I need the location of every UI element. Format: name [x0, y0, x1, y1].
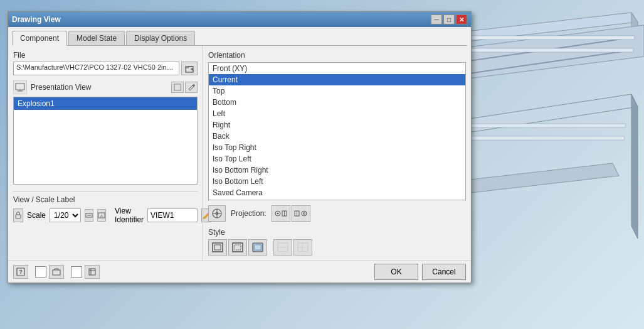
projection-label: Projection:	[231, 209, 267, 218]
orient-back[interactable]: Back	[209, 131, 465, 142]
scale-extra-btn2[interactable]: A	[97, 209, 106, 222]
presentation-view-buttons	[171, 82, 198, 93]
orient-iso-top-right[interactable]: Iso Top Right	[209, 142, 465, 153]
svg-rect-46	[233, 243, 243, 252]
action-buttons: OK Cancel	[374, 264, 466, 280]
scale-extra-btn1[interactable]	[85, 209, 93, 222]
scale-section: View / Scale Label Scale 1/20 1/10 1/5 1…	[13, 191, 198, 224]
orient-saved-camera[interactable]: Saved Camera	[209, 187, 465, 198]
drawing-view-dialog: Drawing View ─ □ ✕ Component Model State…	[8, 11, 472, 283]
file-path-input[interactable]: S:\Manufacture\VHC72\PCO 1327-02 VHC50 2…	[13, 62, 179, 75]
scale-icon2: A	[98, 212, 105, 219]
orient-top[interactable]: Top	[209, 85, 465, 97]
projection-settings-button[interactable]	[208, 205, 226, 222]
svg-rect-26	[16, 215, 21, 218]
style-hidden-lines-removed[interactable]	[208, 239, 227, 256]
help-button[interactable]: ?	[13, 265, 28, 279]
orient-iso-bottom-right[interactable]: Iso Bottom Right	[209, 164, 465, 176]
pres-edit-button[interactable]	[185, 82, 198, 93]
shaded-icon	[251, 242, 264, 253]
scale-controls: Scale 1/20 1/10 1/5 1/2 1/1	[13, 207, 198, 224]
style-hidden-lines-visible[interactable]	[228, 239, 247, 256]
style-extra1-icon	[277, 242, 289, 253]
style-shaded[interactable]	[248, 239, 267, 256]
orient-right[interactable]: Right	[209, 119, 465, 131]
orient-bottom[interactable]: Bottom	[209, 97, 465, 108]
style-extra2[interactable]	[293, 239, 312, 256]
edit-icon	[187, 84, 195, 91]
orient-left[interactable]: Left	[209, 108, 465, 119]
browse-icon	[185, 64, 194, 73]
scale-lock-button[interactable]	[13, 208, 23, 222]
file-label: File	[13, 51, 198, 60]
svg-point-20	[191, 68, 193, 70]
scale-section-label: View / Scale Label	[13, 195, 198, 204]
projection-row: Projection:	[208, 205, 466, 222]
cancel-button[interactable]: Cancel	[422, 264, 466, 280]
toolbar-btn1[interactable]	[49, 265, 64, 279]
svg-rect-58	[89, 269, 95, 275]
dialog-titlebar: Drawing View ─ □ ✕	[8, 12, 471, 27]
svg-rect-22	[16, 84, 24, 90]
first-angle-icon	[274, 208, 288, 219]
svg-text:?: ?	[19, 269, 23, 275]
orient-current[interactable]: Current	[209, 74, 465, 85]
browse-button[interactable]	[181, 62, 198, 75]
view-id-input[interactable]	[147, 208, 198, 222]
toolbar-btn2[interactable]	[85, 265, 100, 279]
third-angle-icon	[294, 208, 308, 219]
lock-icon	[14, 211, 23, 220]
orient-iso-top-left[interactable]: Iso Top Left	[209, 153, 465, 164]
style-extra1[interactable]	[273, 239, 292, 256]
tab-bar: Component Model State Display Options	[12, 31, 467, 46]
svg-rect-45	[214, 245, 221, 250]
presentation-view-label: Presentation View	[31, 83, 167, 92]
svg-marker-14	[631, 94, 638, 239]
dialog-title: Drawing View	[12, 15, 61, 24]
scale-dropdown[interactable]: 1/20 1/10 1/5 1/2 1/1	[50, 208, 81, 222]
presentation-view-header: Presentation View	[13, 80, 198, 94]
bottom-toolbar: ?	[13, 265, 100, 279]
checkbox-icon	[174, 84, 181, 91]
style-label: Style	[208, 228, 466, 237]
pres-list-item[interactable]: Explosion1	[14, 97, 197, 110]
pres-checkbox[interactable]	[171, 82, 184, 93]
restore-button[interactable]: □	[443, 14, 455, 24]
style-extra2-icon	[297, 242, 309, 253]
projection-first-angle[interactable]	[272, 205, 290, 222]
orientation-list[interactable]: Front (XY) Current Top Bottom Left Right…	[208, 62, 466, 200]
svg-text:A: A	[100, 214, 103, 218]
scale-label: Scale	[27, 211, 46, 220]
tab-model-state[interactable]: Model State	[68, 31, 125, 45]
style-buttons	[208, 239, 466, 256]
close-button[interactable]: ✕	[456, 14, 467, 24]
svg-rect-49	[255, 245, 261, 250]
help-icon: ?	[16, 267, 25, 276]
check2[interactable]	[71, 266, 82, 278]
tab-display-options[interactable]: Display Options	[126, 31, 195, 45]
svg-rect-57	[53, 270, 60, 275]
svg-rect-25	[174, 84, 181, 90]
svg-point-43	[303, 213, 305, 215]
orient-iso-bottom-left[interactable]: Iso Bottom Left	[209, 176, 465, 187]
toolbar-icon2	[88, 267, 97, 276]
ok-button[interactable]: OK	[374, 264, 418, 280]
pres-icon-svg	[15, 83, 25, 92]
orient-front-xy[interactable]: Front (XY)	[209, 63, 465, 74]
toolbar-icon1	[52, 267, 61, 276]
check1[interactable]	[35, 266, 46, 278]
projection-third-angle[interactable]	[292, 205, 310, 222]
presentation-view-icon	[13, 80, 27, 94]
presentation-list[interactable]: Explosion1	[13, 97, 198, 185]
file-input-row: S:\Manufacture\VHC72\PCO 1327-02 VHC50 2…	[13, 62, 198, 75]
svg-point-42	[302, 211, 307, 216]
title-buttons: ─ □ ✕	[431, 14, 467, 24]
hidden-lines-visible-icon	[231, 242, 244, 253]
projection-settings-icon	[211, 208, 223, 219]
svg-rect-47	[235, 245, 241, 250]
svg-point-37	[277, 213, 278, 215]
projection-icons	[272, 205, 310, 222]
tab-component[interactable]: Component	[12, 31, 67, 46]
view-id-label: View Identifier	[115, 207, 144, 224]
minimize-button[interactable]: ─	[431, 14, 442, 24]
